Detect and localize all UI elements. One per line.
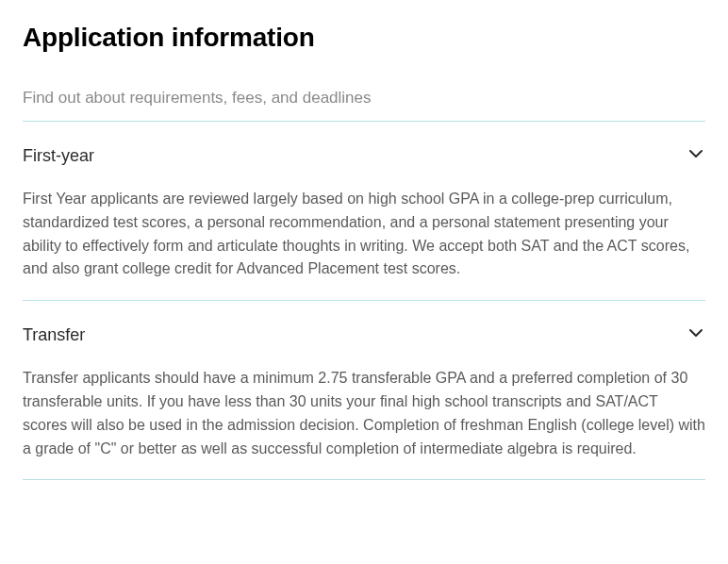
- section-body: Transfer applicants should have a minimu…: [23, 367, 705, 460]
- section-heading: First-year: [23, 146, 94, 166]
- chevron-down-icon: [687, 144, 705, 167]
- accordion-header-transfer[interactable]: Transfer: [23, 323, 705, 346]
- accordion-header-first-year[interactable]: First-year: [23, 144, 705, 167]
- section-heading: Transfer: [23, 325, 85, 345]
- accordion-section-transfer: Transfer Transfer applicants should have…: [23, 301, 705, 479]
- divider: [23, 479, 705, 480]
- page-title: Application information: [23, 23, 705, 53]
- page-subtitle: Find out about requirements, fees, and d…: [23, 89, 705, 108]
- accordion-section-first-year: First-year First Year applicants are rev…: [23, 122, 705, 300]
- chevron-down-icon: [687, 323, 705, 346]
- section-body: First Year applicants are reviewed large…: [23, 188, 705, 281]
